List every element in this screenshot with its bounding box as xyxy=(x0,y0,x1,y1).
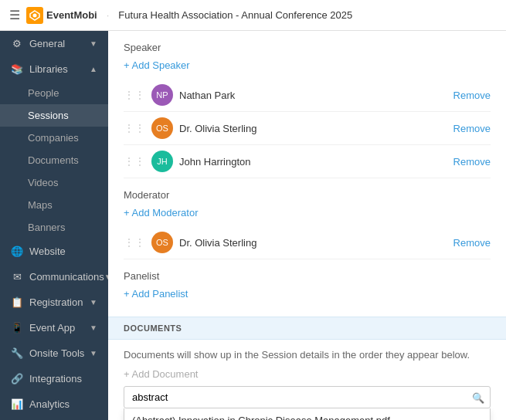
chevron-down-icon: ▼ xyxy=(90,349,97,357)
event-app-icon: 📱 xyxy=(11,322,23,334)
layout: ⚙ General ▼ 📚 Libraries ▲ People Session… xyxy=(0,31,506,420)
sidebar-item-registration[interactable]: 📋 Registration ▼ xyxy=(0,290,108,315)
add-moderator-button[interactable]: + Add Moderator xyxy=(124,207,198,218)
logo-icon xyxy=(26,7,43,24)
avatar: NP xyxy=(151,84,173,106)
sidebar-item-documents[interactable]: Documents xyxy=(0,149,108,171)
sidebar-item-onsite-tools[interactable]: 🔧 Onsite Tools ▼ xyxy=(0,340,108,366)
remove-speaker-2-button[interactable]: Remove xyxy=(453,123,491,134)
sidebar-item-people[interactable]: People xyxy=(0,82,108,104)
add-document-button[interactable]: + Add Document xyxy=(124,368,198,380)
sidebar-item-videos[interactable]: Videos xyxy=(0,171,108,194)
search-icon: 🔍 xyxy=(472,391,484,403)
analytics-icon: 📊 xyxy=(11,398,23,410)
table-row: ⋮⋮ OS Dr. Olivia Sterling Remove xyxy=(124,226,491,259)
sidebar-item-website[interactable]: 🌐 Website xyxy=(0,239,108,264)
sidebar-item-analytics[interactable]: 📊 Analytics xyxy=(0,391,108,417)
person-name: Nathan Park xyxy=(179,90,453,101)
documents-section-label: DOCUMENTS xyxy=(124,323,182,333)
sidebar: ⚙ General ▼ 📚 Libraries ▲ People Session… xyxy=(0,31,108,420)
drag-handle-icon[interactable]: ⋮⋮ xyxy=(124,236,145,249)
chevron-down-icon: ▼ xyxy=(90,39,97,48)
chevron-up-icon: ▲ xyxy=(90,65,97,73)
remove-speaker-3-button[interactable]: Remove xyxy=(453,156,491,168)
chevron-down-icon: ▼ xyxy=(90,323,97,332)
sidebar-item-maps[interactable]: Maps xyxy=(0,194,108,216)
hamburger-icon[interactable]: ☰ xyxy=(9,8,20,22)
chevron-down-icon: ▼ xyxy=(90,298,97,307)
document-dropdown: (Abstract) Innovation in Chronic Disease… xyxy=(124,408,491,420)
sidebar-item-sessions[interactable]: Sessions xyxy=(0,104,108,127)
sidebar-libraries-label: Libraries xyxy=(29,63,68,75)
add-speaker-button[interactable]: + Add Speaker xyxy=(124,59,190,71)
topbar-separator: · xyxy=(107,9,110,21)
sidebar-item-libraries[interactable]: 📚 Libraries ▲ xyxy=(0,56,108,82)
documents-description: Documents will show up in the Session de… xyxy=(124,349,491,361)
sidebar-item-communications[interactable]: ✉ Communications ▼ xyxy=(0,264,108,290)
moderator-label: Moderator xyxy=(124,189,491,201)
logo: EventMobi xyxy=(26,7,97,24)
sidebar-onsite-tools-label: Onsite Tools xyxy=(29,347,84,359)
drag-handle-icon[interactable]: ⋮⋮ xyxy=(124,89,145,101)
communications-icon: ✉ xyxy=(11,271,23,283)
sidebar-item-general[interactable]: ⚙ General ▼ xyxy=(0,31,108,56)
speaker-label: Speaker xyxy=(124,42,491,53)
drag-handle-icon[interactable]: ⋮⋮ xyxy=(124,122,145,134)
sidebar-integrations-label: Integrations xyxy=(29,373,82,384)
sidebar-website-label: Website xyxy=(29,246,66,257)
integrations-icon: 🔗 xyxy=(11,373,23,384)
general-icon: ⚙ xyxy=(11,38,23,49)
sidebar-general-label: General xyxy=(29,38,65,49)
sidebar-item-banners[interactable]: Banners xyxy=(0,216,108,239)
remove-speaker-1-button[interactable]: Remove xyxy=(453,90,491,101)
main-content: Speaker + Add Speaker ⋮⋮ NP Nathan Park … xyxy=(108,31,506,420)
person-name: Dr. Olivia Sterling xyxy=(179,237,453,249)
website-icon: 🌐 xyxy=(11,246,23,257)
table-row: ⋮⋮ JH John Harrington Remove xyxy=(124,145,491,178)
sidebar-event-app-label: Event App xyxy=(29,322,75,334)
sidebar-item-admin[interactable]: ⚙ Admin ▼ xyxy=(0,417,108,420)
avatar: OS xyxy=(151,232,173,253)
svg-point-1 xyxy=(33,13,37,17)
drag-handle-icon[interactable]: ⋮⋮ xyxy=(124,155,145,168)
person-name: John Harrington xyxy=(179,156,453,168)
table-row: ⋮⋮ NP Nathan Park Remove xyxy=(124,79,491,112)
search-input[interactable] xyxy=(124,386,491,408)
table-row: ⋮⋮ OS Dr. Olivia Sterling Remove xyxy=(124,112,491,145)
search-container: 🔍 xyxy=(124,386,491,408)
libraries-icon: 📚 xyxy=(11,63,23,75)
sidebar-item-companies[interactable]: Companies xyxy=(0,127,108,149)
registration-icon: 📋 xyxy=(11,296,23,308)
list-item[interactable]: (Abstract) Innovation in Chronic Disease… xyxy=(124,408,490,420)
topbar-title: Futura Health Association - Annual Confe… xyxy=(118,9,352,21)
sidebar-item-integrations[interactable]: 🔗 Integrations xyxy=(0,366,108,391)
content-area: Speaker + Add Speaker ⋮⋮ NP Nathan Park … xyxy=(108,31,506,420)
brand-name: EventMobi xyxy=(46,9,97,21)
avatar: OS xyxy=(151,117,173,139)
panelist-label: Panelist xyxy=(124,270,491,282)
add-panelist-button[interactable]: + Add Panelist xyxy=(124,288,188,300)
sidebar-analytics-label: Analytics xyxy=(29,398,70,410)
sidebar-communications-label: Communications xyxy=(29,271,104,283)
person-name: Dr. Olivia Sterling xyxy=(179,123,453,134)
avatar: JH xyxy=(151,151,173,172)
documents-section-header: DOCUMENTS xyxy=(108,317,506,340)
remove-moderator-1-button[interactable]: Remove xyxy=(453,237,491,249)
topbar: ☰ EventMobi · Futura Health Association … xyxy=(0,0,506,31)
sidebar-registration-label: Registration xyxy=(29,296,83,308)
onsite-tools-icon: 🔧 xyxy=(11,347,23,359)
sidebar-item-event-app[interactable]: 📱 Event App ▼ xyxy=(0,315,108,340)
